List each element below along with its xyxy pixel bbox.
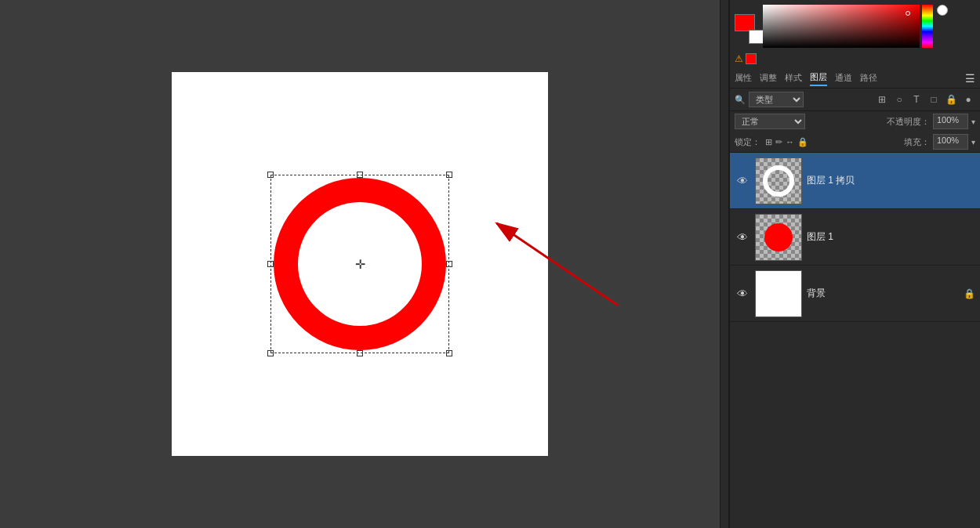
white-circle-swatch[interactable]: [937, 5, 948, 16]
color-picker-area: ⚠: [730, 0, 980, 68]
ring-shape: [274, 178, 446, 350]
handle-top-right[interactable]: [446, 172, 452, 178]
background-lock-icon: 🔒: [964, 288, 975, 299]
lock-pixel-icon[interactable]: ⊞: [765, 137, 772, 147]
handle-bottom-middle[interactable]: [357, 350, 363, 356]
layer-info-1: 图层 1: [807, 230, 975, 244]
fill-chevron-icon[interactable]: ▾: [971, 138, 975, 146]
handle-middle-right[interactable]: [446, 261, 452, 267]
color-picker-row: [763, 5, 948, 48]
layer-name-1: 图层 1: [807, 230, 975, 244]
tab-layers[interactable]: 图层: [810, 70, 827, 86]
layer-item-copy[interactable]: 👁 图层 1 拷贝: [730, 153, 980, 209]
filter-smart-icon[interactable]: 🔒: [944, 92, 958, 107]
tab-channels[interactable]: 通道: [835, 71, 852, 85]
layer-visibility-copy[interactable]: 👁: [735, 175, 750, 187]
color-swatches[interactable]: [735, 14, 760, 39]
layer-visibility-bg[interactable]: 👁: [735, 288, 750, 300]
layer-info-bg: 背景: [807, 287, 959, 300]
extra-swatches: [935, 5, 948, 48]
layer-name-bg: 背景: [807, 287, 959, 300]
thumb-ring-shape: [756, 158, 801, 204]
tab-properties[interactable]: 属性: [735, 71, 752, 85]
blend-mode-select[interactable]: 正常: [735, 114, 805, 129]
foreground-color[interactable]: [735, 14, 755, 31]
color-spectrum[interactable]: [763, 5, 920, 48]
lock-draw-icon[interactable]: ✏: [775, 137, 782, 147]
handle-middle-left[interactable]: [267, 261, 274, 267]
thumb-circle: [764, 223, 793, 251]
right-panel: ⚠ 属性 调整 样式 图层 通道 路径 ☰ 🔍 类型 ⊞ ○ T □ 🔒 ● 正…: [729, 0, 980, 528]
canvas-area: [0, 0, 720, 528]
layer-name-copy: 图层 1 拷贝: [807, 174, 975, 187]
background-color[interactable]: [749, 30, 764, 44]
layer-thumb-bg: [755, 270, 802, 317]
filter-adjustment-icon[interactable]: ○: [892, 92, 906, 107]
layer-visibility-1[interactable]: 👁: [735, 231, 750, 244]
thumb-white: [756, 271, 801, 316]
opacity-row: 不透明度： 100% ▾: [887, 114, 975, 129]
panel-menu-icon[interactable]: ☰: [965, 72, 975, 85]
tab-adjustments[interactable]: 调整: [760, 71, 777, 85]
lock-icons: ⊞ ✏ ↔ 🔒: [765, 137, 808, 147]
warning-row: ⚠: [735, 52, 975, 65]
color-tools-row: [735, 3, 975, 49]
filter-pixel-icon[interactable]: ⊞: [875, 92, 889, 107]
filter-circle-icon[interactable]: ●: [961, 92, 975, 107]
opacity-chevron-icon[interactable]: ▾: [971, 118, 975, 126]
layer-item-bg[interactable]: 👁 背景 🔒: [730, 266, 980, 322]
layer-type-filter[interactable]: 类型: [749, 92, 804, 107]
filter-icons: ⊞ ○ T □ 🔒 ●: [875, 92, 975, 107]
fill-section: 填充： 100% ▾: [904, 134, 975, 150]
handle-bottom-left[interactable]: [267, 350, 274, 356]
layer-item-1[interactable]: 👁 图层 1: [730, 209, 980, 266]
blend-row: 正常 不透明度： 100% ▾: [730, 111, 980, 132]
layer-thumb-copy: [755, 157, 802, 204]
canvas-document: [172, 72, 548, 456]
ring-inner: [298, 202, 422, 326]
color-picker-cursor: [906, 11, 910, 16]
lock-move-icon[interactable]: ↔: [786, 137, 794, 147]
hue-slider[interactable]: [922, 5, 933, 48]
layer-thumb-1: [755, 214, 802, 261]
tab-paths[interactable]: 路径: [860, 71, 877, 85]
gamut-warning-icon: ⚠: [735, 53, 743, 64]
filter-shape-icon[interactable]: □: [927, 92, 941, 107]
gamut-swatch[interactable]: [746, 53, 757, 64]
lock-label: 锁定：: [735, 136, 760, 148]
layer-info-copy: 图层 1 拷贝: [807, 174, 975, 187]
filter-row: 🔍 类型 ⊞ ○ T □ 🔒 ●: [730, 89, 980, 111]
opacity-label: 不透明度：: [887, 116, 930, 128]
opacity-value[interactable]: 100%: [933, 114, 968, 129]
handle-top-middle[interactable]: [357, 172, 363, 178]
tabs-row: 属性 调整 样式 图层 通道 路径 ☰: [730, 68, 980, 89]
filter-text-icon[interactable]: T: [909, 92, 924, 107]
lock-row: 锁定： ⊞ ✏ ↔ 🔒 填充： 100% ▾: [730, 132, 980, 153]
tab-styles[interactable]: 样式: [785, 71, 802, 85]
handle-bottom-right[interactable]: [446, 350, 452, 356]
fill-value[interactable]: 100%: [933, 134, 968, 150]
vertical-scrollbar[interactable]: [720, 0, 729, 528]
search-icon: 🔍: [735, 95, 746, 105]
thumb-ring: [763, 165, 794, 197]
ring-layer[interactable]: [274, 178, 446, 350]
lock-all-icon[interactable]: 🔒: [797, 137, 808, 147]
layers-list[interactable]: 👁 图层 1 拷贝 👁 图层 1 👁: [730, 153, 980, 528]
handle-top-left[interactable]: [267, 172, 274, 178]
fill-label: 填充：: [904, 136, 930, 148]
